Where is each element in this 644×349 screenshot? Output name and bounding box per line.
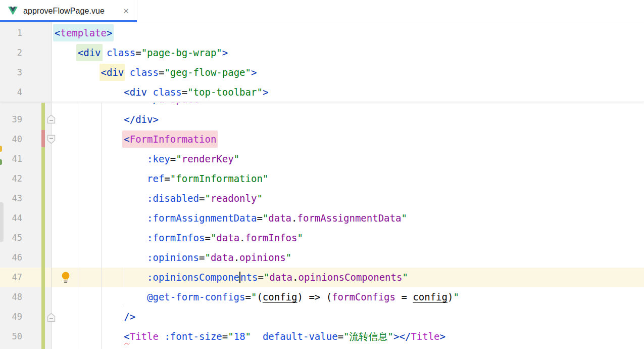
code-line[interactable]: 39 </div>	[0, 110, 644, 129]
tag-tree-highlight: <div	[76, 44, 103, 61]
code-text: <div class="page-bg-wrap">	[55, 43, 228, 63]
line-number[interactable]: 42	[0, 169, 22, 189]
code-line[interactable]: 49 />	[0, 307, 644, 327]
code-line[interactable]: 48 @get-form-configs="(config) => (formC…	[0, 287, 644, 307]
sticky-lines-panel: 1<template>2 <div class="page-bg-wrap">3…	[0, 22, 644, 102]
tag-tree-highlight: <FormInformation	[122, 130, 218, 148]
tag-tree-highlight: <template>	[53, 24, 114, 41]
tab-title: approveFlowPage.vue	[23, 7, 105, 16]
code-text: <div class="top-toolbar">	[55, 82, 268, 102]
code-line[interactable]: 2 <div class="page-bg-wrap">	[0, 43, 644, 63]
line-number[interactable]: 40	[0, 129, 22, 149]
clipped-scrollbar-thumb[interactable]	[0, 202, 4, 242]
line-number[interactable]: 41	[0, 149, 22, 169]
code-line[interactable]: 46 :opinions="data.opinions"	[0, 248, 644, 268]
line-number[interactable]: 2	[0, 43, 22, 63]
vcs-deleted-marker[interactable]	[41, 130, 45, 147]
clipped-edge-icon	[0, 159, 2, 165]
code-text: :disabled="readonly"	[55, 189, 263, 208]
code-text: <FormInformation	[55, 129, 216, 149]
clipped-edge-icon	[0, 146, 2, 152]
line-number[interactable]: 39	[0, 110, 22, 129]
code-line[interactable]: 42 ref="formInformation"	[0, 169, 644, 189]
line-number[interactable]	[0, 103, 22, 110]
line-number[interactable]: 46	[0, 248, 22, 268]
code-text: <template>	[55, 23, 112, 43]
code-text: />	[55, 307, 135, 327]
code-text: :key="renderKey"	[55, 149, 239, 169]
code-text: </div>	[55, 110, 159, 129]
code-text: :opinionsComponents="data.opinionsCompon…	[55, 268, 408, 287]
code-text: :opinions="data.opinions"	[55, 248, 291, 268]
fold-marker-collapse-up-icon[interactable]	[47, 313, 56, 322]
code-line[interactable]: 43 :disabled="readonly"	[0, 189, 644, 208]
line-number[interactable]: 47	[0, 268, 22, 287]
fold-marker-collapse-down-icon[interactable]	[47, 135, 56, 144]
line-number[interactable]: 49	[0, 307, 22, 327]
code-text: ref="formInformation"	[55, 169, 268, 189]
code-line[interactable]: 40 <FormInformation	[0, 129, 644, 149]
code-line[interactable]: 1<template>	[0, 23, 644, 43]
ide-window: approveFlowPage.vue × 1<template>2 <div …	[0, 0, 644, 349]
code-line[interactable]: 3 <div class="geg-flow-page">	[0, 63, 644, 82]
intention-bulb-icon[interactable]	[61, 271, 71, 283]
code-text: :formAssignmentData="data.formAssignment…	[55, 208, 407, 228]
code-line[interactable]: 4 <div class="top-toolbar">	[0, 82, 644, 102]
fold-marker-collapse-up-icon[interactable]	[47, 114, 56, 124]
editor-tab-bar: approveFlowPage.vue ×	[0, 0, 644, 22]
tab-close-icon[interactable]: ×	[122, 6, 130, 16]
code-text: </a-space>	[55, 103, 205, 110]
code-area[interactable]: </a-space>39 </div>40 <FormInformation41…	[0, 103, 644, 349]
partially-scrolled-line: </a-space>	[0, 103, 644, 110]
tag-tree-highlight: <div	[100, 64, 126, 81]
line-number[interactable]: 3	[0, 63, 22, 82]
code-text: @get-form-configs="(config) => (formConf…	[55, 287, 459, 307]
code-line[interactable]: 41 :key="renderKey"	[0, 149, 644, 169]
code-line[interactable]: 50 <Title :font-size="18" default-value=…	[0, 327, 644, 346]
line-number[interactable]: 48	[0, 287, 22, 307]
code-text: <Title :font-size="18" default-value="流转…	[55, 327, 445, 346]
code-line[interactable]: </a-space>	[0, 103, 644, 110]
line-number[interactable]: 50	[0, 327, 22, 346]
code-text: <div class="geg-flow-page">	[55, 63, 257, 82]
code-line[interactable]: 47 :opinionsComponents="data.opinionsCom…	[0, 268, 644, 287]
code-line[interactable]: 45 :formInfos="data.formInfos"	[0, 228, 644, 248]
code-line[interactable]: 44 :formAssignmentData="data.formAssignm…	[0, 208, 644, 228]
tab-approveflowpage[interactable]: approveFlowPage.vue ×	[0, 0, 137, 22]
code-text: :formInfos="data.formInfos"	[55, 228, 303, 248]
vue-logo-icon	[8, 7, 18, 15]
line-number[interactable]: 4	[0, 82, 22, 102]
line-number[interactable]: 1	[0, 23, 22, 43]
